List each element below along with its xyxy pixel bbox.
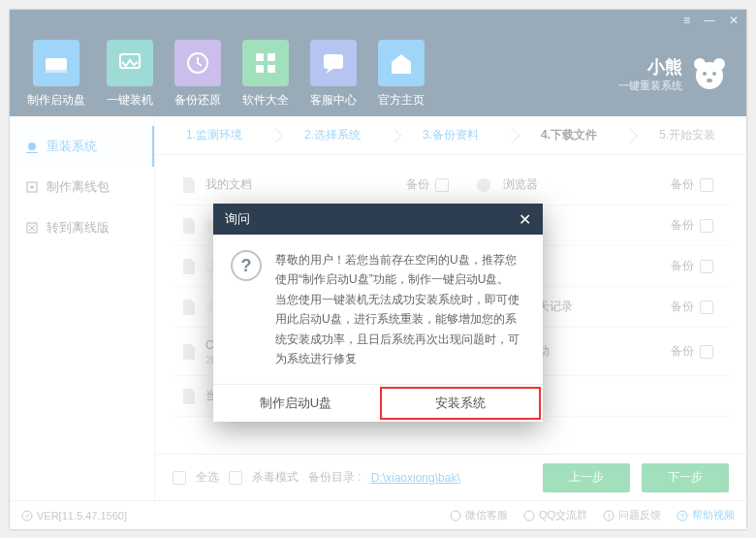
- make-usb-button[interactable]: 制作启动U盘: [213, 385, 378, 422]
- dialog-close-button[interactable]: ✕: [519, 210, 531, 229]
- modal-overlay: 询问 ✕ ? 尊敬的用户！若您当前存在空闲的U盘，推荐您使用“制作启动U盘”功能…: [10, 10, 746, 529]
- question-icon: ?: [231, 250, 262, 281]
- dialog-message: 尊敬的用户！若您当前存在空闲的U盘，推荐您使用“制作启动U盘”功能，制作一键启动…: [275, 250, 525, 368]
- confirm-dialog: 询问 ✕ ? 尊敬的用户！若您当前存在空闲的U盘，推荐您使用“制作启动U盘”功能…: [213, 204, 543, 422]
- dialog-title: 询问: [225, 210, 250, 228]
- install-system-button[interactable]: 安装系统: [378, 385, 543, 422]
- app-window: ≡ — ✕ 制作启动盘一键装机备份还原软件大全客服中心官方主页 小熊 一键重装系…: [10, 10, 746, 529]
